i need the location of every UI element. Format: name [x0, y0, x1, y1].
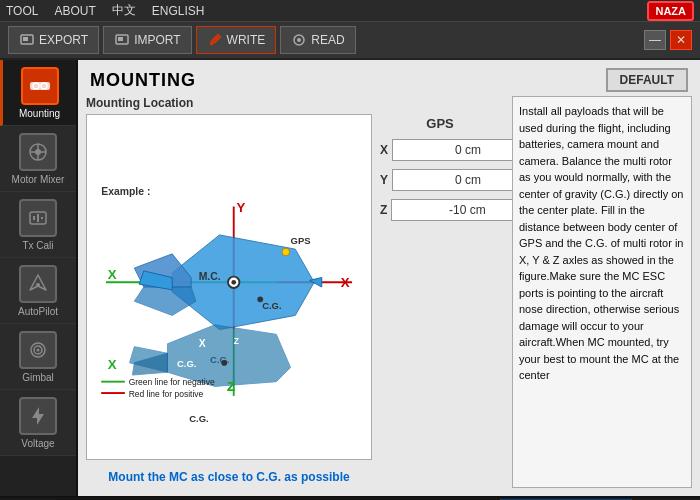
sidebar-item-gimbal[interactable]: Gimbal [0, 324, 76, 390]
gps-x-label: X [380, 143, 388, 157]
svg-point-14 [35, 149, 41, 155]
sidebar-item-voltage[interactable]: Voltage [0, 390, 76, 456]
section-label: Mounting Location [86, 96, 372, 110]
gps-y-row: Y [380, 169, 500, 191]
svg-point-23 [37, 348, 40, 351]
menu-tool[interactable]: TOOL [6, 4, 38, 18]
default-button[interactable]: DEFAULT [606, 68, 688, 92]
sidebar-item-mounting[interactable]: Mounting [0, 60, 76, 126]
export-icon [19, 32, 35, 48]
svg-point-20 [36, 283, 40, 287]
svg-point-7 [297, 38, 301, 42]
svg-text:M.C.: M.C. [199, 271, 221, 282]
gps-x-row: X [380, 139, 500, 161]
gps-panel: GPS X Y Z [380, 96, 500, 488]
content-header: MOUNTING DEFAULT [78, 60, 700, 96]
gps-title: GPS [380, 116, 500, 131]
mounting-icon [21, 67, 59, 105]
svg-text:X: X [108, 357, 117, 372]
svg-text:X: X [108, 267, 117, 282]
sidebar: Mounting Motor Mixer [0, 60, 78, 496]
gps-z-label: Z [380, 203, 387, 217]
svg-line-5 [210, 44, 213, 45]
autopilot-icon [19, 265, 57, 303]
gimbal-icon [19, 331, 57, 369]
svg-text:C.G.: C.G. [262, 300, 281, 311]
toolbar: EXPORT IMPORT WRITE READ — ✕ [0, 22, 700, 60]
write-icon [207, 32, 223, 48]
info-text: Install all payloads that will be used d… [519, 103, 685, 384]
menu-about[interactable]: ABOUT [54, 4, 95, 18]
svg-point-53 [221, 360, 227, 366]
write-button[interactable]: WRITE [196, 26, 277, 54]
svg-text:Example :: Example : [101, 186, 150, 197]
svg-marker-19 [30, 275, 46, 290]
read-button[interactable]: READ [280, 26, 355, 54]
motor-mixer-icon [19, 133, 57, 171]
svg-point-37 [282, 248, 290, 256]
svg-point-46 [257, 296, 263, 302]
window-controls: — ✕ [644, 30, 692, 50]
info-scroll[interactable]: Install all payloads that will be used d… [513, 97, 691, 487]
sidebar-item-tx-cali[interactable]: Tx Cali [0, 192, 76, 258]
status-bar: MC Output Off CONTROL MODE Fail-Safe [0, 496, 700, 500]
page-title: MOUNTING [90, 70, 196, 91]
menu-chinese[interactable]: 中文 [112, 2, 136, 19]
gps-z-row: Z [380, 199, 500, 221]
content-body: Mounting Location Example : [78, 96, 700, 496]
tx-cali-label: Tx Cali [22, 240, 53, 251]
svg-text:Z: Z [234, 336, 239, 346]
read-icon [291, 32, 307, 48]
svg-text:X: X [341, 275, 350, 290]
diagram-box: Example : [86, 114, 372, 460]
svg-text:GPS: GPS [291, 235, 311, 246]
svg-point-39 [231, 280, 236, 285]
info-panel: Install all payloads that will be used d… [512, 96, 692, 488]
diagram-panel: Mounting Location Example : [86, 96, 372, 488]
svg-text:C.G.: C.G. [177, 358, 196, 369]
close-button[interactable]: ✕ [670, 30, 692, 50]
svg-text:Red line for positive: Red line for positive [129, 389, 204, 399]
content-area: MOUNTING DEFAULT Mounting Location Examp… [78, 60, 700, 496]
voltage-icon [19, 397, 57, 435]
svg-marker-4 [210, 34, 221, 44]
sidebar-item-motor-mixer[interactable]: Motor Mixer [0, 126, 76, 192]
mount-note: Mount the MC as close to C.G. as possibl… [86, 466, 372, 488]
menu-english[interactable]: ENGLISH [152, 4, 205, 18]
motor-mixer-label: Motor Mixer [12, 174, 65, 185]
svg-text:Y: Y [237, 200, 246, 215]
naza-logo: NAZA [647, 1, 694, 21]
svg-text:Z: Z [227, 379, 235, 394]
svg-text:X: X [199, 338, 206, 349]
export-button[interactable]: EXPORT [8, 26, 99, 54]
svg-text:C.G.: C.G. [189, 413, 208, 424]
sidebar-item-autopilot[interactable]: AutoPilot [0, 258, 76, 324]
voltage-label: Voltage [21, 438, 54, 449]
minimize-button[interactable]: — [644, 30, 666, 50]
gps-y-label: Y [380, 173, 388, 187]
mounting-label: Mounting [19, 108, 60, 119]
svg-text:Green line for negative: Green line for negative [129, 377, 215, 387]
import-icon [114, 32, 130, 48]
tx-cali-icon [19, 199, 57, 237]
svg-marker-24 [32, 407, 44, 425]
svg-rect-1 [23, 37, 28, 41]
svg-rect-3 [118, 37, 123, 41]
import-button[interactable]: IMPORT [103, 26, 191, 54]
gimbal-label: Gimbal [22, 372, 54, 383]
main-area: Mounting Motor Mixer [0, 60, 700, 496]
menu-bar: TOOL ABOUT 中文 ENGLISH NAZA [0, 0, 700, 22]
autopilot-label: AutoPilot [18, 306, 58, 317]
